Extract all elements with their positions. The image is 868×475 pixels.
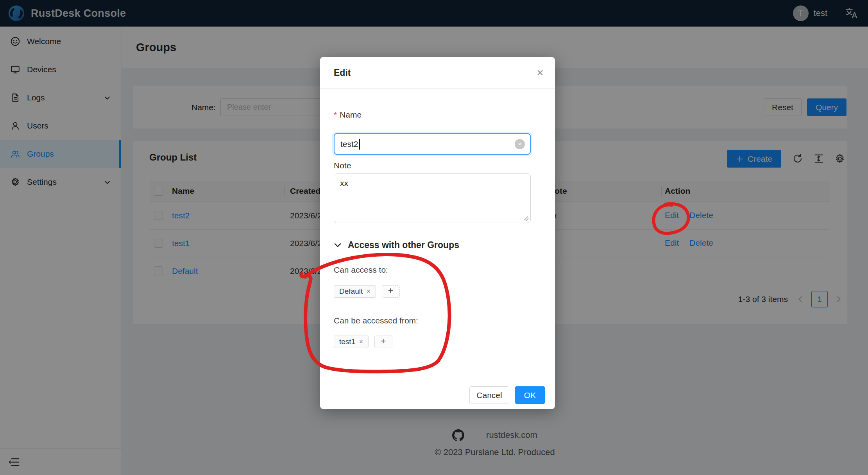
can-access-label: Can access to: [334,265,388,275]
edit-group-modal: Edit × *Name test2 × Note xx Access with… [320,57,555,409]
ok-button[interactable]: OK [515,386,545,404]
group-tag: Default × [334,285,376,298]
note-textarea[interactable]: xx [334,173,531,223]
resize-handle[interactable] [523,215,529,221]
accessed-from-label: Can be accessed from: [334,316,418,325]
close-icon[interactable]: × [533,66,547,80]
chevron-down-icon [334,241,342,249]
add-group-button[interactable]: + [374,336,392,348]
note-value: xx [340,179,348,188]
modal-title: Edit [334,57,351,89]
note-field-label: Note [334,161,351,170]
group-name-input[interactable]: test2 × [334,133,531,155]
clear-input-icon[interactable]: × [515,139,525,149]
modal-header: Edit × [320,57,555,89]
access-section-toggle[interactable]: Access with other Groups [334,240,459,250]
name-field-label: *Name [334,110,362,120]
remove-tag-icon[interactable]: × [359,338,363,345]
app-window: RustDesk Console T test Welcome [0,0,868,475]
group-tag: test1 × [334,336,369,348]
text-cursor [359,139,360,150]
name-input-value: test2 [340,139,358,149]
cancel-button[interactable]: Cancel [469,386,509,404]
can-access-tags: Default × + [334,285,400,298]
access-section-title: Access with other Groups [348,240,459,250]
accessed-from-tags: test1 × + [334,336,392,348]
add-group-button[interactable]: + [382,285,400,298]
remove-tag-icon[interactable]: × [367,288,370,295]
required-mark: * [334,110,337,119]
modal-footer: Cancel OK [320,381,555,409]
